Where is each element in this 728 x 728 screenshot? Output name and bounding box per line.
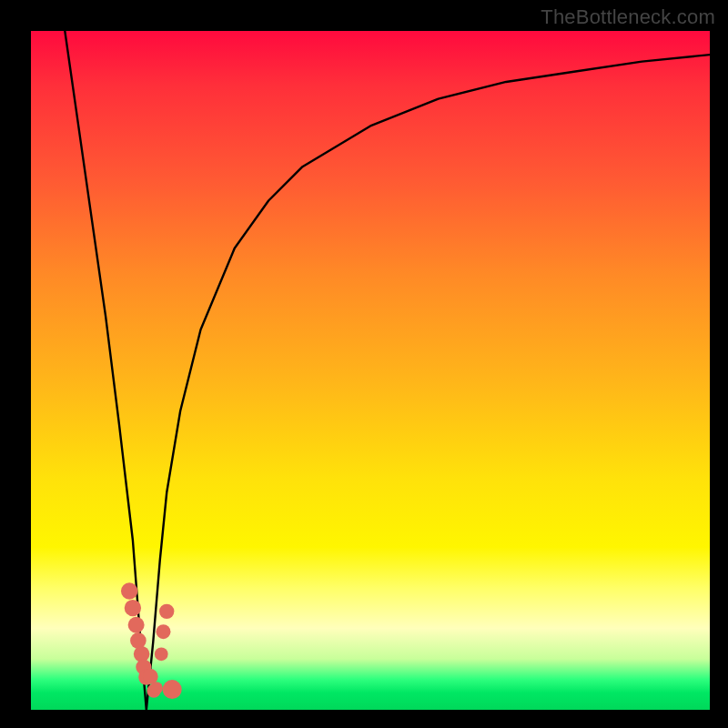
bottleneck-point <box>163 680 182 699</box>
attribution-label: TheBottleneck.com <box>541 5 715 29</box>
bottleneck-point <box>156 624 170 639</box>
chart-frame: TheBottleneck.com <box>0 0 728 728</box>
bottleneck-point <box>125 600 141 616</box>
bottleneck-points <box>121 582 182 699</box>
chart-overlay-svg <box>31 31 710 710</box>
bottleneck-point <box>143 669 158 684</box>
bottleneck-point <box>128 617 145 633</box>
bottleneck-point <box>159 604 174 619</box>
bottleneck-point <box>121 582 137 599</box>
bottleneck-point <box>130 632 147 649</box>
plot-area <box>31 31 710 710</box>
bottleneck-point <box>150 682 163 694</box>
bottleneck-point <box>155 647 168 661</box>
